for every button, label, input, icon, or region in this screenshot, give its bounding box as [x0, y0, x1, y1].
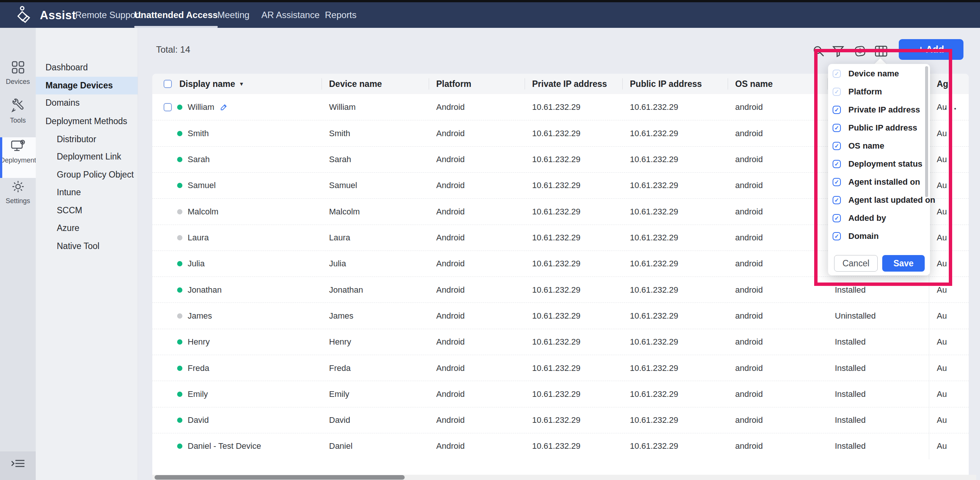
sidebar-item-native-tool[interactable]: Native Tool: [36, 238, 138, 255]
column-header-display-name[interactable]: Display name▼: [152, 74, 321, 94]
sidebar-item-domains[interactable]: Domains: [36, 94, 138, 112]
cell-deployment-status-text: Installed: [827, 441, 865, 451]
cell-platform-text: Android: [429, 285, 465, 295]
table-row[interactable]: HenryHenryAndroid10.61.232.2910.61.232.2…: [152, 329, 969, 355]
nav-tab-unattended-access[interactable]: Unattended Access: [134, 2, 218, 28]
column-header-private-ip-address[interactable]: Private IP address: [525, 74, 622, 94]
cell-deployment-status-text: Uninstalled: [827, 311, 876, 321]
sidebar-item-label: Domains: [36, 98, 80, 108]
column-option-label: Domain: [848, 231, 879, 241]
search-icon[interactable]: [811, 44, 826, 59]
cell-display-name: Smith: [152, 120, 321, 146]
sidebar-item-manage-devices[interactable]: Manage Devices: [36, 77, 138, 94]
sidebar-item-intune[interactable]: Intune: [36, 183, 138, 201]
rail-item-tools[interactable]: Tools: [0, 99, 36, 132]
column-header-device-name[interactable]: Device name: [321, 74, 429, 94]
collapse-sidebar-icon[interactable]: [0, 457, 36, 470]
column-option-agent-installed-on[interactable]: ✓Agent installed on: [828, 173, 930, 191]
column-option-private-ip-address[interactable]: ✓Private IP address: [828, 101, 930, 119]
cancel-button[interactable]: Cancel: [834, 255, 878, 272]
columns-icon[interactable]: [873, 44, 889, 59]
cell-platform: Android: [429, 433, 525, 459]
column-option-label: Private IP address: [848, 105, 920, 115]
cell-deployment-status: Installed: [827, 277, 929, 303]
checkbox-checked[interactable]: ✓: [833, 124, 841, 132]
dropdown-scrollbar-thumb[interactable]: [925, 66, 928, 197]
rail-item-settings[interactable]: Settings: [0, 180, 36, 214]
column-header-ag[interactable]: Ag: [929, 74, 969, 94]
add-device-button[interactable]: + Add: [899, 39, 964, 60]
cell-platform-text: Android: [429, 389, 465, 399]
checkbox-checked[interactable]: ✓: [833, 196, 841, 204]
column-option-os-name[interactable]: ✓OS name: [828, 137, 930, 155]
cell-agent-installed-on: Au: [929, 277, 969, 303]
table-row[interactable]: Daniel - Test DeviceDanielAndroid10.61.2…: [152, 433, 969, 459]
sidebar-item-dashboard[interactable]: Dashboard: [36, 59, 138, 77]
cell-private-ip: 10.61.232.29: [525, 407, 622, 433]
cell-display-name: Jonathan: [152, 277, 321, 303]
sidebar-item-distributor[interactable]: Distributor: [36, 131, 138, 148]
cell-platform-text: Android: [429, 129, 465, 139]
cell-private-ip: 10.61.232.29: [525, 433, 622, 459]
checkbox-checked[interactable]: ✓: [833, 232, 841, 240]
sidebar-item-deployment-methods[interactable]: Deployment Methods: [36, 112, 138, 130]
nav-tab-label: Unattended Access: [134, 10, 218, 20]
column-header-label: Platform: [429, 79, 471, 89]
cell-agent-installed-on-text: Au: [929, 441, 947, 451]
column-option-public-ip-address[interactable]: ✓Public IP address: [828, 119, 930, 137]
display-name-text: Julia: [188, 259, 205, 269]
cell-public-ip-text: 10.61.232.29: [622, 207, 678, 217]
table-row[interactable]: EmilyEmilyAndroid10.61.232.2910.61.232.2…: [152, 381, 969, 407]
checkbox-checked[interactable]: ✓: [833, 142, 841, 150]
nav-tab-label: AR Assistance: [261, 10, 320, 20]
cell-platform-text: Android: [429, 259, 465, 269]
horizontal-scrollbar[interactable]: [152, 475, 976, 480]
checkbox-checked[interactable]: ✓: [833, 214, 841, 222]
edit-pencil-icon[interactable]: [220, 103, 228, 112]
sidebar-item-label: SCCM: [36, 206, 82, 215]
cell-public-ip-text: 10.61.232.29: [622, 180, 678, 190]
select-all-checkbox[interactable]: [164, 80, 172, 88]
filter-icon[interactable]: [831, 44, 846, 59]
rail-item-devices[interactable]: Devices: [0, 60, 36, 94]
column-option-agent-last-updated-on[interactable]: ✓Agent last updated on: [828, 191, 930, 209]
cell-display-name: Emily: [152, 381, 321, 407]
table-row[interactable]: DavidDavidAndroid10.61.232.2910.61.232.2…: [152, 407, 969, 433]
sidebar-item-sccm[interactable]: SCCM: [36, 202, 138, 219]
table-row[interactable]: FredaFredaAndroid10.61.232.2910.61.232.2…: [152, 355, 969, 381]
horizontal-scrollbar-thumb[interactable]: [154, 475, 405, 480]
cell-device-name: Henry: [321, 329, 429, 355]
cell-private-ip-text: 10.61.232.29: [525, 180, 580, 190]
column-option-deployment-status[interactable]: ✓Deployment status: [828, 155, 930, 173]
deploy-agent-icon[interactable]: [853, 44, 867, 59]
column-header-os-name[interactable]: OS name: [728, 74, 827, 94]
table-row[interactable]: JamesJamesAndroid10.61.232.2910.61.232.2…: [152, 303, 969, 329]
nav-tab-ar-assistance[interactable]: AR Assistance: [261, 2, 320, 28]
cell-platform-text: Android: [429, 102, 465, 112]
cell-os-name-text: android: [728, 389, 763, 399]
display-name-text: Sarah: [188, 155, 210, 164]
table-row[interactable]: JonathanJonathanAndroid10.61.232.2910.61…: [152, 276, 969, 303]
nav-tab-meeting[interactable]: Meeting: [217, 2, 249, 28]
sidebar-item-azure[interactable]: Azure: [36, 219, 138, 237]
nav-tab-reports[interactable]: Reports: [325, 2, 356, 28]
checkbox-checked[interactable]: ✓: [833, 160, 841, 168]
cell-platform-text: Android: [429, 180, 465, 190]
save-button[interactable]: Save: [882, 255, 925, 272]
checkbox-checked[interactable]: ✓: [833, 178, 841, 186]
checkbox-checked[interactable]: ✓: [833, 106, 841, 114]
column-header-platform[interactable]: Platform: [429, 74, 525, 94]
cell-device-name-text: Freda: [321, 364, 350, 373]
sidebar-item-deployment-link[interactable]: Deployment Link: [36, 148, 138, 166]
sort-caret-icon[interactable]: ▼: [239, 81, 244, 87]
column-header-public-ip-address[interactable]: Public IP address: [622, 74, 728, 94]
column-option-domain[interactable]: ✓Domain: [828, 227, 930, 245]
row-checkbox[interactable]: [164, 103, 172, 112]
sidebar-item-group-policy-object[interactable]: Group Policy Object: [36, 166, 138, 183]
cell-os-name: android: [728, 303, 827, 329]
nav-tab-remote-support[interactable]: Remote Support: [75, 2, 141, 28]
row-actions-menu-icon[interactable]: ···: [944, 103, 959, 115]
column-option-added-by[interactable]: ✓Added by: [828, 209, 930, 227]
rail-item-deployment[interactable]: Deployment: [0, 137, 36, 178]
cell-public-ip-text: 10.61.232.29: [622, 389, 678, 399]
